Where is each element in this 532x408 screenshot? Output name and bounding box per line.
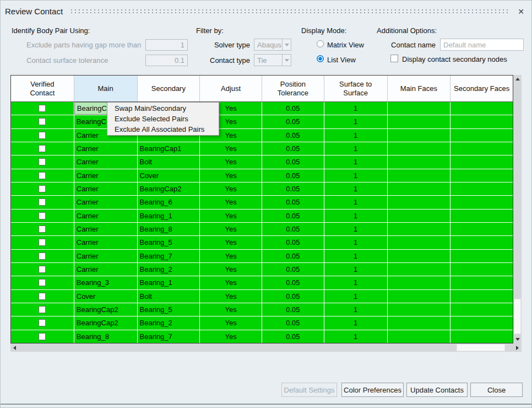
- verified-checkbox[interactable]: [39, 253, 46, 260]
- exclude-gap-input[interactable]: [145, 39, 188, 51]
- table-row[interactable]: CarrierBearingCap1Yes0.051: [11, 142, 513, 155]
- cell-main[interactable]: Carrier: [74, 182, 138, 195]
- color-preferences-button[interactable]: Color Preferences: [341, 383, 404, 397]
- cell-adjust[interactable]: Yes: [200, 330, 262, 343]
- cell-secondary[interactable]: Bearing_6: [138, 196, 200, 208]
- cell-surface-to-surface[interactable]: 1: [324, 155, 388, 168]
- cell-secondary[interactable]: Bearing_8: [138, 223, 200, 235]
- cell-adjust[interactable]: Yes: [200, 250, 262, 262]
- cell-secondary[interactable]: BearingCap1: [138, 142, 200, 155]
- cell-adjust[interactable]: Yes: [200, 303, 262, 316]
- cell-surface-to-surface[interactable]: 1: [324, 182, 388, 195]
- cell-verified-contact[interactable]: [11, 196, 74, 208]
- cell-verified-contact[interactable]: [11, 169, 74, 182]
- cell-main[interactable]: Carrier: [74, 155, 138, 168]
- table-row[interactable]: BearingCap2Bearing_2Yes0.051: [11, 316, 513, 330]
- cell-position-tolerance[interactable]: 0.05: [262, 303, 324, 316]
- cell-main[interactable]: BearingCap2: [74, 316, 138, 329]
- cell-secondary[interactable]: BearingCap2: [138, 182, 200, 195]
- cell-position-tolerance[interactable]: 0.05: [262, 250, 324, 262]
- contact-name-input[interactable]: [440, 39, 524, 51]
- cell-verified-contact[interactable]: [11, 290, 74, 303]
- cell-main-faces[interactable]: [388, 290, 451, 303]
- verified-checkbox[interactable]: [39, 145, 46, 152]
- table-row[interactable]: Bearing_3Bearing_1Yes0.051: [11, 276, 513, 289]
- cell-position-tolerance[interactable]: 0.05: [262, 102, 324, 115]
- table-row[interactable]: CoverBoltYes0.051: [11, 290, 513, 303]
- cell-secondary-faces[interactable]: [450, 263, 513, 276]
- verified-checkbox[interactable]: [39, 226, 46, 233]
- cell-adjust[interactable]: Yes: [200, 263, 262, 276]
- cell-secondary[interactable]: Bearing_2: [138, 316, 200, 329]
- cell-position-tolerance[interactable]: 0.05: [262, 290, 324, 303]
- table-row[interactable]: CarrierBearing_7Yes0.051: [11, 250, 513, 263]
- verified-checkbox[interactable]: [39, 293, 46, 300]
- cell-main-faces[interactable]: [388, 276, 451, 289]
- cell-main[interactable]: Carrier: [74, 236, 138, 249]
- horizontal-scrollbar[interactable]: [10, 343, 522, 352]
- column-header-position-tolerance[interactable]: PositionTolerance: [262, 76, 324, 101]
- cell-secondary-faces[interactable]: [450, 129, 513, 142]
- verified-checkbox[interactable]: [39, 279, 46, 286]
- cell-main-faces[interactable]: [388, 316, 451, 329]
- cell-verified-contact[interactable]: [11, 102, 74, 115]
- contact-type-dropdown[interactable]: Tie: [254, 54, 291, 66]
- verified-checkbox[interactable]: [39, 319, 46, 326]
- cell-surface-to-surface[interactable]: 1: [324, 210, 388, 222]
- cell-main[interactable]: Bearing_8: [74, 330, 138, 343]
- cell-secondary-faces[interactable]: [450, 182, 513, 195]
- cell-secondary-faces[interactable]: [450, 303, 513, 316]
- column-header-secondary[interactable]: Secondary: [138, 76, 200, 101]
- cell-main[interactable]: Carrier: [74, 196, 138, 208]
- cell-secondary-faces[interactable]: [450, 276, 513, 289]
- secondary-nodes-checkbox[interactable]: [390, 55, 398, 62]
- cell-secondary[interactable]: Bearing_5: [138, 236, 200, 249]
- menu-item-exclude-all-associated-pairs[interactable]: Exclude All Associated Pairs: [107, 124, 219, 135]
- cell-adjust[interactable]: Yes: [200, 236, 262, 249]
- cell-main-faces[interactable]: [388, 182, 451, 195]
- cell-position-tolerance[interactable]: 0.05: [262, 129, 324, 142]
- cell-verified-contact[interactable]: [11, 155, 74, 168]
- cell-main-faces[interactable]: [388, 155, 451, 168]
- cell-verified-contact[interactable]: [11, 236, 74, 249]
- cell-surface-to-surface[interactable]: 1: [324, 303, 388, 316]
- cell-main-faces[interactable]: [388, 129, 451, 142]
- verified-checkbox[interactable]: [39, 266, 46, 273]
- vertical-scrollbar[interactable]: [513, 75, 522, 343]
- cell-main[interactable]: Carrier: [74, 250, 138, 262]
- verified-checkbox[interactable]: [39, 118, 46, 125]
- cell-secondary-faces[interactable]: [450, 250, 513, 262]
- cell-verified-contact[interactable]: [11, 330, 74, 343]
- cell-main-faces[interactable]: [388, 102, 451, 115]
- cell-secondary-faces[interactable]: [450, 155, 513, 168]
- cell-main-faces[interactable]: [388, 330, 451, 343]
- cell-main-faces[interactable]: [388, 142, 451, 155]
- column-header-main[interactable]: Main: [74, 76, 138, 101]
- vertical-scrollbar-thumb[interactable]: [514, 299, 521, 334]
- cell-secondary-faces[interactable]: [450, 115, 513, 128]
- cell-main-faces[interactable]: [388, 236, 451, 249]
- cell-adjust[interactable]: Yes: [200, 276, 262, 289]
- cell-position-tolerance[interactable]: 0.05: [262, 155, 324, 168]
- cell-position-tolerance[interactable]: 0.05: [262, 210, 324, 222]
- cell-secondary[interactable]: Bearing_7: [138, 330, 200, 343]
- chevron-down-icon[interactable]: [282, 55, 291, 66]
- cell-main-faces[interactable]: [388, 196, 451, 208]
- cell-adjust[interactable]: Yes: [200, 290, 262, 303]
- cell-secondary-faces[interactable]: [450, 316, 513, 329]
- cell-verified-contact[interactable]: [11, 250, 74, 262]
- cell-position-tolerance[interactable]: 0.05: [262, 263, 324, 276]
- cell-main-faces[interactable]: [388, 210, 451, 222]
- cell-secondary-faces[interactable]: [450, 330, 513, 343]
- cell-position-tolerance[interactable]: 0.05: [262, 115, 324, 128]
- cell-main[interactable]: Cover: [74, 290, 138, 303]
- menu-item-swap-main-secondary[interactable]: Swap Main/Secondary: [107, 103, 219, 114]
- list-view-radio[interactable]: [317, 55, 324, 62]
- surface-tolerance-input[interactable]: [145, 55, 188, 66]
- cell-main[interactable]: Carrier: [74, 142, 138, 155]
- cell-secondary-faces[interactable]: [450, 290, 513, 303]
- title-grip-handle[interactable]: [71, 9, 510, 14]
- cell-adjust[interactable]: Yes: [200, 169, 262, 182]
- cell-surface-to-surface[interactable]: 1: [324, 169, 388, 182]
- verified-checkbox[interactable]: [39, 185, 46, 192]
